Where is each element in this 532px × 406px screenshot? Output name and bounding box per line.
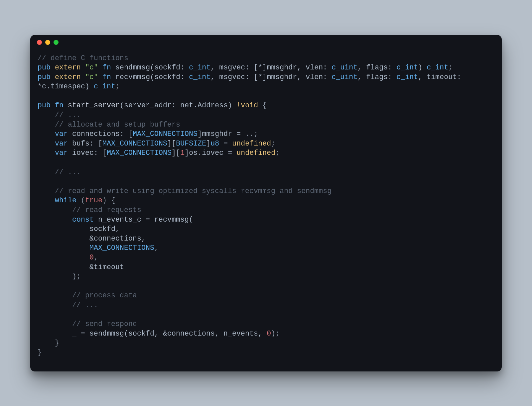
- page-canvas: // define C functions pub extern "c" fn …: [0, 0, 532, 406]
- code-token: [38, 121, 55, 129]
- code-token: [98, 63, 102, 71]
- code-token: c_int: [396, 73, 418, 81]
- code-token: connections: [: [68, 130, 133, 138]
- code-token: pub: [38, 63, 51, 71]
- code-token: "c": [85, 73, 98, 81]
- code-token: *c.timespec): [38, 82, 94, 90]
- code-token: [81, 63, 85, 71]
- code-token: {: [258, 101, 267, 109]
- code-token: // ...: [55, 111, 81, 119]
- code-token: // send respond: [72, 320, 137, 328]
- code-token: // read requests: [72, 206, 141, 214]
- code-token: bufs: [: [68, 140, 102, 148]
- code-token: ;: [271, 140, 275, 148]
- code-token: start_server: [68, 101, 120, 109]
- code-token: [38, 168, 55, 176]
- code-token: ) {: [102, 196, 115, 204]
- code-token: extern: [55, 63, 81, 71]
- code-token: // process data: [72, 291, 137, 299]
- code-token: );: [38, 272, 81, 280]
- code-token: ..: [245, 130, 254, 138]
- code-token: c_uint: [332, 63, 357, 71]
- code-token: MAX_CONNECTIONS: [89, 244, 154, 252]
- code-token: _ = sendmmsg(sockfd, &connections, n_eve…: [38, 330, 267, 338]
- code-token: =: [219, 140, 232, 148]
- close-icon[interactable]: [37, 40, 42, 45]
- code-token: ]: [206, 140, 210, 148]
- code-token: "c": [85, 63, 98, 71]
- code-block: // define C functions pub extern "c" fn …: [30, 50, 502, 371]
- code-token: [38, 196, 55, 204]
- zoom-icon[interactable]: [54, 40, 59, 45]
- code-token: [81, 73, 85, 81]
- code-token: sendmmsg(sockfd:: [111, 63, 189, 71]
- code-token: ;: [275, 149, 280, 157]
- code-token: , timeout:: [418, 73, 466, 81]
- code-token: ,: [154, 244, 159, 252]
- code-token: recvmmsg(sockfd:: [111, 73, 189, 81]
- code-token: c_int: [189, 73, 210, 81]
- code-token: [38, 254, 89, 261]
- code-token: [38, 149, 55, 157]
- code-token: ,: [94, 254, 98, 261]
- code-token: pub: [38, 101, 51, 109]
- code-token: , msgvec: [*]mmsghdr, vlen:: [210, 63, 332, 71]
- code-token: pub: [38, 73, 51, 81]
- code-token: const: [72, 216, 94, 224]
- code-token: var: [55, 140, 68, 148]
- code-token: sockfd,: [38, 225, 120, 233]
- code-token: MAX_CONNECTIONS: [102, 140, 167, 148]
- code-token: ][: [167, 140, 176, 148]
- code-token: !void: [236, 101, 258, 109]
- code-token: , msgvec: [*]mmsghdr, vlen:: [210, 73, 332, 81]
- code-token: c_int: [396, 63, 418, 71]
- code-token: ]mmsghdr =: [198, 130, 245, 138]
- code-token: BUFSIZE: [176, 140, 206, 148]
- minimize-icon[interactable]: [45, 40, 50, 45]
- code-token: var: [55, 130, 68, 138]
- code-token: MAX_CONNECTIONS: [133, 130, 198, 138]
- code-token: &connections,: [38, 235, 146, 243]
- code-token: // define C functions: [38, 54, 128, 62]
- code-token: 1: [180, 149, 185, 157]
- code-token: ;: [115, 82, 120, 90]
- code-token: var: [55, 149, 68, 157]
- code-token: n_events_c = recvmmsg(: [94, 216, 193, 224]
- code-token: }: [38, 349, 42, 356]
- code-token: );: [271, 330, 280, 338]
- code-token: [38, 130, 55, 138]
- code-token: // allocate and setup buffers: [55, 121, 180, 129]
- code-token: undefined: [236, 149, 275, 157]
- code-token: [38, 320, 72, 328]
- code-token: ): [418, 63, 427, 71]
- code-token: iovec: [: [68, 149, 107, 157]
- code-token: ;: [254, 130, 258, 138]
- code-token: 0: [267, 330, 271, 338]
- code-token: (server_addr: net.Address): [120, 101, 236, 109]
- code-token: (: [76, 196, 85, 204]
- code-token: }: [38, 339, 59, 347]
- code-token: [64, 101, 68, 109]
- code-token: c_int: [189, 63, 210, 71]
- code-token: [38, 244, 89, 252]
- code-token: [38, 291, 72, 299]
- code-token: ][: [172, 149, 180, 157]
- code-token: [38, 216, 72, 224]
- code-token: // read and write using optimized syscal…: [55, 187, 332, 195]
- code-token: u8: [210, 140, 219, 148]
- code-token: [38, 206, 72, 214]
- code-token: [51, 101, 55, 109]
- code-token: , flags:: [357, 63, 396, 71]
- code-token: c_int: [427, 63, 448, 71]
- code-token: // ...: [55, 168, 81, 176]
- code-token: extern: [55, 73, 81, 81]
- code-token: [51, 73, 55, 81]
- code-token: [38, 187, 55, 195]
- code-token: fn: [102, 73, 111, 81]
- code-token: [98, 73, 102, 81]
- code-token: ;: [448, 63, 453, 71]
- window-titlebar: [30, 35, 502, 50]
- code-token: c_int: [94, 82, 115, 90]
- code-token: fn: [55, 101, 64, 109]
- code-token: MAX_CONNECTIONS: [107, 149, 172, 157]
